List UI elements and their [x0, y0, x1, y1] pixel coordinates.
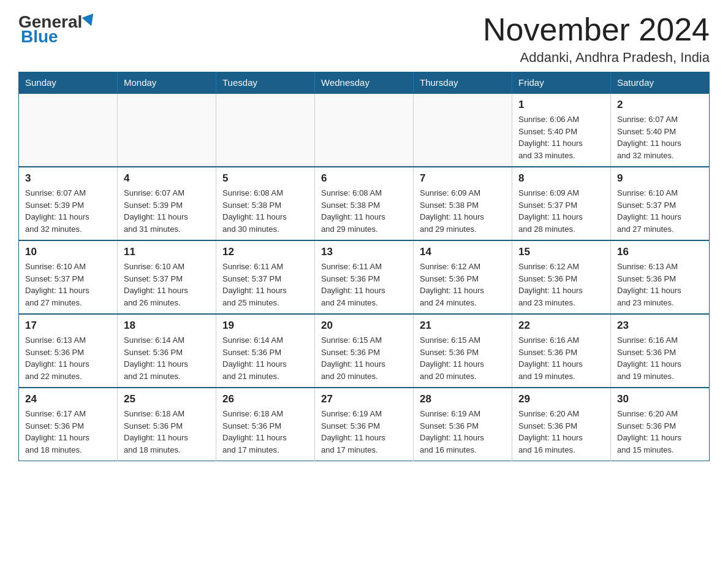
calendar-cell: 17Sunrise: 6:13 AM Sunset: 5:36 PM Dayli…: [19, 314, 118, 388]
day-info: Sunrise: 6:20 AM Sunset: 5:36 PM Dayligh…: [617, 408, 703, 456]
calendar-cell: 29Sunrise: 6:20 AM Sunset: 5:36 PM Dayli…: [512, 388, 611, 461]
calendar-cell: 1Sunrise: 6:06 AM Sunset: 5:40 PM Daylig…: [512, 93, 611, 167]
calendar-cell: [216, 93, 315, 167]
day-number: 18: [124, 320, 210, 332]
week-row-1: 1Sunrise: 6:06 AM Sunset: 5:40 PM Daylig…: [19, 93, 710, 167]
day-info: Sunrise: 6:06 AM Sunset: 5:40 PM Dayligh…: [518, 113, 604, 161]
calendar-cell: 15Sunrise: 6:12 AM Sunset: 5:36 PM Dayli…: [512, 240, 611, 314]
day-info: Sunrise: 6:12 AM Sunset: 5:36 PM Dayligh…: [420, 261, 506, 308]
day-info: Sunrise: 6:08 AM Sunset: 5:38 PM Dayligh…: [321, 187, 407, 235]
day-number: 22: [518, 320, 604, 332]
calendar-cell: [414, 93, 512, 167]
day-info: Sunrise: 6:16 AM Sunset: 5:36 PM Dayligh…: [518, 334, 604, 382]
day-info: Sunrise: 6:20 AM Sunset: 5:36 PM Dayligh…: [518, 408, 604, 456]
weekday-header-wednesday: Wednesday: [315, 72, 414, 94]
day-number: 1: [518, 99, 604, 111]
day-number: 8: [518, 172, 604, 185]
calendar-cell: 26Sunrise: 6:18 AM Sunset: 5:36 PM Dayli…: [216, 388, 315, 461]
day-info: Sunrise: 6:13 AM Sunset: 5:36 PM Dayligh…: [617, 261, 703, 308]
day-number: 20: [321, 320, 407, 332]
day-number: 19: [222, 320, 308, 332]
location-subtitle: Addanki, Andhra Pradesh, India: [483, 50, 710, 66]
calendar-cell: 2Sunrise: 6:07 AM Sunset: 5:40 PM Daylig…: [611, 93, 710, 167]
day-number: 28: [420, 393, 506, 405]
calendar-cell: [19, 93, 118, 167]
day-info: Sunrise: 6:11 AM Sunset: 5:37 PM Dayligh…: [222, 261, 308, 308]
calendar-table: SundayMondayTuesdayWednesdayThursdayFrid…: [18, 72, 710, 461]
calendar-cell: 7Sunrise: 6:09 AM Sunset: 5:38 PM Daylig…: [414, 167, 512, 240]
day-number: 4: [124, 172, 210, 185]
calendar-cell: 20Sunrise: 6:15 AM Sunset: 5:36 PM Dayli…: [315, 314, 414, 388]
day-info: Sunrise: 6:15 AM Sunset: 5:36 PM Dayligh…: [321, 334, 407, 382]
day-info: Sunrise: 6:15 AM Sunset: 5:36 PM Dayligh…: [420, 334, 506, 382]
calendar-cell: 27Sunrise: 6:19 AM Sunset: 5:36 PM Dayli…: [315, 388, 414, 461]
day-info: Sunrise: 6:11 AM Sunset: 5:36 PM Dayligh…: [321, 261, 407, 308]
title-area: November 2024 Addanki, Andhra Pradesh, I…: [483, 12, 710, 66]
calendar-cell: 30Sunrise: 6:20 AM Sunset: 5:36 PM Dayli…: [611, 388, 710, 461]
day-info: Sunrise: 6:10 AM Sunset: 5:37 PM Dayligh…: [617, 187, 703, 235]
calendar-cell: 5Sunrise: 6:08 AM Sunset: 5:38 PM Daylig…: [216, 167, 315, 240]
calendar-cell: 16Sunrise: 6:13 AM Sunset: 5:36 PM Dayli…: [611, 240, 710, 314]
day-number: 25: [124, 393, 210, 405]
calendar-cell: 23Sunrise: 6:16 AM Sunset: 5:36 PM Dayli…: [611, 314, 710, 388]
week-row-2: 3Sunrise: 6:07 AM Sunset: 5:39 PM Daylig…: [19, 167, 710, 240]
calendar-cell: 28Sunrise: 6:19 AM Sunset: 5:36 PM Dayli…: [414, 388, 512, 461]
calendar-cell: 9Sunrise: 6:10 AM Sunset: 5:37 PM Daylig…: [611, 167, 710, 240]
day-number: 12: [222, 246, 308, 258]
page-header: General Blue November 2024 Addanki, Andh…: [18, 12, 710, 66]
calendar-cell: 8Sunrise: 6:09 AM Sunset: 5:37 PM Daylig…: [512, 167, 611, 240]
day-info: Sunrise: 6:19 AM Sunset: 5:36 PM Dayligh…: [321, 408, 407, 456]
calendar-cell: [118, 93, 216, 167]
day-info: Sunrise: 6:09 AM Sunset: 5:38 PM Dayligh…: [420, 187, 506, 235]
day-number: 9: [617, 172, 703, 185]
logo-triangle-icon: [82, 13, 97, 28]
day-info: Sunrise: 6:17 AM Sunset: 5:36 PM Dayligh…: [25, 408, 111, 456]
calendar-cell: 18Sunrise: 6:14 AM Sunset: 5:36 PM Dayli…: [118, 314, 216, 388]
calendar-cell: 6Sunrise: 6:08 AM Sunset: 5:38 PM Daylig…: [315, 167, 414, 240]
day-number: 24: [25, 393, 111, 405]
weekday-header-friday: Friday: [512, 72, 611, 94]
day-info: Sunrise: 6:14 AM Sunset: 5:36 PM Dayligh…: [222, 334, 308, 382]
logo-area: General Blue: [18, 12, 97, 47]
day-number: 3: [25, 172, 111, 185]
weekday-header-sunday: Sunday: [19, 72, 118, 94]
calendar-cell: 14Sunrise: 6:12 AM Sunset: 5:36 PM Dayli…: [414, 240, 512, 314]
day-number: 14: [420, 246, 506, 258]
day-info: Sunrise: 6:12 AM Sunset: 5:36 PM Dayligh…: [518, 261, 604, 308]
day-info: Sunrise: 6:14 AM Sunset: 5:36 PM Dayligh…: [124, 334, 210, 382]
day-number: 21: [420, 320, 506, 332]
weekday-header-thursday: Thursday: [414, 72, 512, 94]
day-info: Sunrise: 6:10 AM Sunset: 5:37 PM Dayligh…: [25, 261, 111, 308]
calendar-cell: 12Sunrise: 6:11 AM Sunset: 5:37 PM Dayli…: [216, 240, 315, 314]
day-number: 15: [518, 246, 604, 258]
day-number: 26: [222, 393, 308, 405]
day-number: 16: [617, 246, 703, 258]
day-number: 7: [420, 172, 506, 185]
day-number: 10: [25, 246, 111, 258]
calendar-cell: 3Sunrise: 6:07 AM Sunset: 5:39 PM Daylig…: [19, 167, 118, 240]
calendar-cell: 22Sunrise: 6:16 AM Sunset: 5:36 PM Dayli…: [512, 314, 611, 388]
day-info: Sunrise: 6:07 AM Sunset: 5:39 PM Dayligh…: [124, 187, 210, 235]
day-number: 29: [518, 393, 604, 405]
calendar-cell: 25Sunrise: 6:18 AM Sunset: 5:36 PM Dayli…: [118, 388, 216, 461]
day-info: Sunrise: 6:08 AM Sunset: 5:38 PM Dayligh…: [222, 187, 308, 235]
day-number: 30: [617, 393, 703, 405]
week-row-5: 24Sunrise: 6:17 AM Sunset: 5:36 PM Dayli…: [19, 388, 710, 461]
calendar-cell: 13Sunrise: 6:11 AM Sunset: 5:36 PM Dayli…: [315, 240, 414, 314]
day-info: Sunrise: 6:18 AM Sunset: 5:36 PM Dayligh…: [124, 408, 210, 456]
day-number: 5: [222, 172, 308, 185]
calendar-cell: 10Sunrise: 6:10 AM Sunset: 5:37 PM Dayli…: [19, 240, 118, 314]
day-info: Sunrise: 6:16 AM Sunset: 5:36 PM Dayligh…: [617, 334, 703, 382]
day-info: Sunrise: 6:07 AM Sunset: 5:40 PM Dayligh…: [617, 113, 703, 161]
calendar-cell: 21Sunrise: 6:15 AM Sunset: 5:36 PM Dayli…: [414, 314, 512, 388]
logo-blue: Blue: [21, 27, 58, 47]
day-number: 27: [321, 393, 407, 405]
calendar-cell: 24Sunrise: 6:17 AM Sunset: 5:36 PM Dayli…: [19, 388, 118, 461]
day-number: 2: [617, 99, 703, 111]
day-info: Sunrise: 6:18 AM Sunset: 5:36 PM Dayligh…: [222, 408, 308, 456]
day-info: Sunrise: 6:10 AM Sunset: 5:37 PM Dayligh…: [124, 261, 210, 308]
calendar-cell: 4Sunrise: 6:07 AM Sunset: 5:39 PM Daylig…: [118, 167, 216, 240]
weekday-header-row: SundayMondayTuesdayWednesdayThursdayFrid…: [19, 72, 710, 94]
day-info: Sunrise: 6:19 AM Sunset: 5:36 PM Dayligh…: [420, 408, 506, 456]
day-number: 23: [617, 320, 703, 332]
